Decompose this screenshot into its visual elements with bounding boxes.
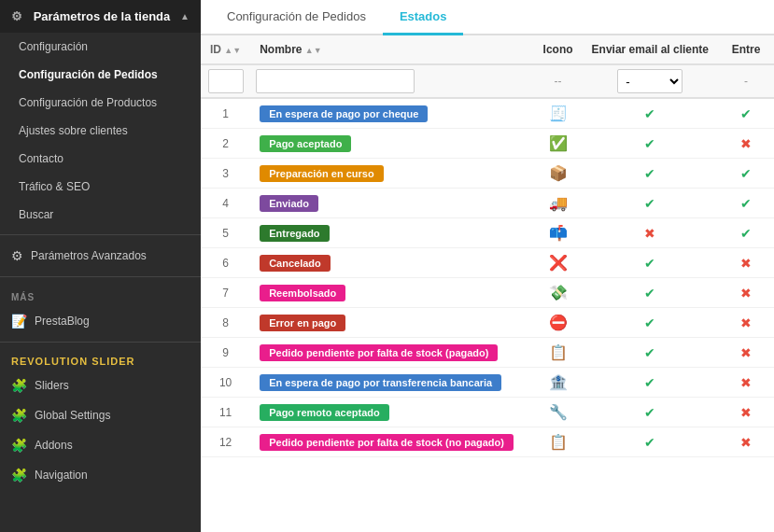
table-row: 3 Preparación en curso 📦 ✔ ✔: [201, 159, 774, 189]
cell-icon: 📦: [534, 159, 583, 189]
sidebar-item-pedidos[interactable]: Configuración de Pedidos: [0, 61, 201, 89]
cross-icon: ✖: [740, 136, 752, 151]
sort-id-icon[interactable]: ▲▼: [224, 46, 241, 55]
col-email: Enviar email al cliente: [583, 35, 718, 64]
cell-email: ✔: [583, 427, 718, 457]
cell-email: ✔: [583, 338, 718, 368]
check-icon: ✔: [644, 375, 655, 390]
table-body: 1 En espera de pago por cheque 🧾 ✔ ✔ 2 P…: [201, 98, 774, 457]
table-row: 11 Pago remoto aceptado 🔧 ✔ ✖: [201, 398, 774, 427]
filter-email-select[interactable]: - Sí No: [617, 69, 683, 93]
status-badge[interactable]: En espera de pago por transferencia banc…: [260, 374, 501, 391]
cell-id: 12: [201, 427, 250, 457]
sidebar-item-configuracion[interactable]: Configuración: [0, 33, 201, 61]
col-email-label: Enviar email al cliente: [592, 43, 709, 56]
status-badge[interactable]: Pago aceptado: [260, 135, 351, 152]
cell-icon: 📋: [534, 338, 583, 368]
status-badge[interactable]: Reembolsado: [260, 285, 345, 301]
status-badge[interactable]: En espera de pago por cheque: [260, 105, 428, 122]
cross-icon: ✖: [740, 435, 752, 450]
sidebar-item-clientes[interactable]: Ajustes sobre clientes: [0, 117, 201, 145]
col-nombre-label: Nombre: [260, 43, 302, 56]
table-row: 4 Enviado 🚚 ✔ ✔: [201, 189, 774, 218]
sidebar-item-sliders[interactable]: 🧩 Sliders: [0, 371, 201, 400]
cell-id: 11: [201, 398, 250, 427]
status-icon: 💸: [549, 285, 568, 301]
status-icon: 🔧: [549, 404, 568, 420]
navigation-icon: 🧩: [11, 468, 27, 483]
cell-entre: ✖: [718, 248, 774, 278]
check-icon: ✔: [644, 136, 655, 151]
sidebar-item-productos[interactable]: Configuración de Productos: [0, 89, 201, 117]
sidebar-item-avanzados[interactable]: ⚙ Parámetros Avanzados: [0, 241, 201, 271]
sidebar-item-buscar[interactable]: Buscar: [0, 201, 201, 229]
cell-name: Preparación en curso: [250, 159, 533, 189]
cell-entre: ✔: [718, 98, 774, 129]
cell-email: ✔: [583, 278, 718, 308]
check-icon: ✔: [644, 315, 655, 330]
prestablog-label: PrestaBlog: [35, 315, 90, 328]
table-row: 7 Reembolsado 💸 ✔ ✖: [201, 278, 774, 308]
sidebar-item-prestablog[interactable]: 📝 PrestaBlog: [0, 306, 201, 336]
cell-entre: ✖: [718, 129, 774, 159]
cell-icon: 🚚: [534, 189, 583, 218]
cell-name: En espera de pago por cheque: [250, 98, 533, 129]
status-badge[interactable]: Enviado: [260, 195, 318, 212]
blog-icon: 📝: [11, 314, 27, 329]
status-badge[interactable]: Pago remoto aceptado: [260, 404, 389, 421]
cell-name: En espera de pago por transferencia banc…: [250, 368, 533, 398]
status-badge[interactable]: Cancelado: [260, 255, 331, 272]
filter-id-input[interactable]: [208, 69, 244, 93]
sidebar-nav: Configuración Configuración de Pedidos C…: [0, 33, 201, 229]
check-icon: ✔: [644, 196, 655, 211]
revolution-slider-title: REVOLUTION SLIDER: [0, 348, 201, 371]
cell-icon: ❌: [534, 248, 583, 278]
status-icon: ✅: [549, 135, 568, 151]
sidebar-item-navigation[interactable]: 🧩 Navigation: [0, 460, 201, 490]
cell-id: 9: [201, 338, 250, 368]
status-badge[interactable]: Preparación en curso: [260, 165, 384, 182]
filter-email-cell: - Sí No: [583, 64, 718, 98]
check-icon: ✔: [644, 286, 655, 301]
table-row: 6 Cancelado ❌ ✔ ✖: [201, 248, 774, 278]
status-badge[interactable]: Entregado: [260, 225, 329, 242]
cell-name: Enviado: [250, 189, 533, 218]
cell-name: Entregado: [250, 218, 533, 248]
cross-icon: ✖: [740, 405, 752, 420]
sidebar-item-addons[interactable]: 🧩 Addons: [0, 430, 201, 460]
col-id[interactable]: ID ▲▼: [201, 35, 250, 64]
cell-icon: 📫: [534, 218, 583, 248]
cell-email: ✔: [583, 398, 718, 427]
tab-estados[interactable]: Estados: [383, 0, 464, 35]
status-icon: ⛔: [549, 315, 568, 330]
status-badge[interactable]: Pedido pendiente por falta de stock (pag…: [260, 344, 498, 361]
sort-nombre-icon[interactable]: ▲▼: [305, 46, 322, 55]
status-icon: ❌: [549, 255, 568, 271]
table-row: 5 Entregado 📫 ✖ ✔: [201, 218, 774, 248]
check-icon: ✔: [740, 106, 752, 121]
table-row: 10 En espera de pago por transferencia b…: [201, 368, 774, 398]
cell-icon: ⛔: [534, 308, 583, 338]
sidebar-main-section[interactable]: ⚙ Parámetros de la tienda ▲: [0, 0, 201, 33]
sidebar-item-contacto[interactable]: Contacto: [0, 145, 201, 173]
cell-email: ✔: [583, 308, 718, 338]
sidebar-item-global-settings[interactable]: 🧩 Global Settings: [0, 400, 201, 430]
tab-configuracion-pedidos[interactable]: Configuración de Pedidos: [210, 0, 383, 35]
col-entre-label: Entre: [732, 43, 761, 56]
sidebar-item-seo[interactable]: Tráfico & SEO: [0, 173, 201, 201]
status-badge[interactable]: Error en pago: [260, 315, 345, 331]
global-settings-label: Global Settings: [35, 409, 110, 422]
sliders-label: Sliders: [35, 379, 69, 392]
addons-icon: 🧩: [11, 438, 27, 453]
cell-email: ✔: [583, 159, 718, 189]
filter-icon-dash: --: [534, 64, 583, 98]
filter-name-input[interactable]: [256, 69, 415, 93]
cell-entre: ✖: [718, 308, 774, 338]
check-icon: ✔: [740, 196, 752, 211]
gear-icon: ⚙: [11, 9, 22, 23]
cell-icon: 🧾: [534, 98, 583, 129]
col-nombre[interactable]: Nombre ▲▼: [250, 35, 533, 64]
cell-entre: ✖: [718, 368, 774, 398]
sidebar-advanced-label: Parámetros Avanzados: [31, 249, 147, 262]
status-badge[interactable]: Pedido pendiente por falta de stock (no …: [260, 434, 514, 451]
